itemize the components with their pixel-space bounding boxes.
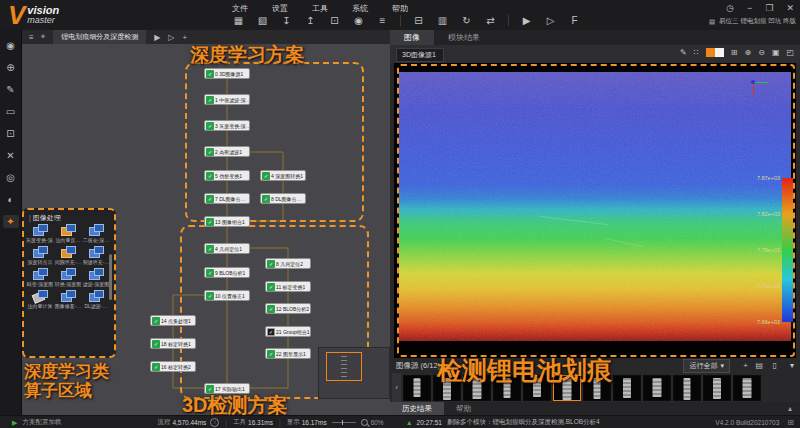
wrench-icon[interactable]: ⌖ <box>41 32 46 42</box>
dl-node-1[interactable]: ✓1 中值滤波-深… <box>204 94 250 105</box>
dl-node-7[interactable]: ✓7 DL图像分… <box>204 193 250 204</box>
io-monitor-icon[interactable]: ⊟ <box>412 15 425 26</box>
zoom-in-icon[interactable]: ⊕ <box>744 48 751 57</box>
flow-tab[interactable]: 锂电划痕细分及深度检测 <box>53 30 146 44</box>
menu-item-1[interactable]: 设置 <box>272 3 288 14</box>
export-icon[interactable]: ↥ <box>304 15 317 26</box>
threed-node-18[interactable]: ✓18 标定转换1 <box>150 338 196 349</box>
threed-node-8[interactable]: ✓8 几何定位2 <box>265 258 311 269</box>
solution-name-bar[interactable]: ▤ 易位三 锂电划痕 凹坑 终版 <box>709 17 796 26</box>
minimize-icon[interactable]: − <box>747 3 752 13</box>
operator-item-1[interactable]: 法向量反… <box>54 224 82 243</box>
deep-learning-tools-icon[interactable]: ✦ <box>3 215 19 228</box>
draw-pencil-icon[interactable]: ✎ <box>680 48 687 57</box>
operator-item-8[interactable]: 滤波-深度图 <box>82 268 110 287</box>
script-f-icon[interactable]: F <box>568 15 581 26</box>
menu-item-4[interactable]: 帮助 <box>392 3 408 14</box>
run-all-icon[interactable]: ▶ <box>520 15 533 26</box>
threed-node-9[interactable]: ✓9 BLOB分析1 <box>204 267 250 278</box>
open-image-folder-icon[interactable]: ▤ <box>755 361 763 370</box>
threed-node-14[interactable]: ✓14 点集处理1 <box>150 315 196 326</box>
image-thumbnail-9[interactable] <box>643 375 671 401</box>
operator-item-4[interactable]: 间隙填充-… <box>54 246 82 265</box>
image-thumbnail-10[interactable] <box>673 375 701 401</box>
camera-icon[interactable]: ◉ <box>352 15 365 26</box>
zoom-out-icon[interactable]: ⊖ <box>758 48 765 57</box>
menu-item-3[interactable]: 系统 <box>352 3 368 14</box>
run-flow-icon[interactable]: ▶ <box>154 33 160 42</box>
global-trigger-icon[interactable]: ↻ <box>460 15 473 26</box>
image-thumbnail-1[interactable] <box>403 375 431 401</box>
image-source-select[interactable]: 3D图像源1 <box>396 48 444 62</box>
import-icon[interactable]: ↧ <box>280 15 293 26</box>
measure-icon[interactable]: ✕ <box>3 149 19 162</box>
delete-image-icon[interactable]: ▯ <box>773 361 777 370</box>
capture-box-icon[interactable]: ⊡ <box>3 127 19 140</box>
info-icon[interactable]: i <box>210 418 219 427</box>
frame-select-icon[interactable]: ▭ <box>3 105 19 118</box>
fullscreen-icon[interactable]: ◰ <box>786 48 794 57</box>
communication-icon[interactable]: ▥ <box>436 15 449 26</box>
image-edit-icon[interactable]: ✎ <box>3 83 19 96</box>
module-list-icon[interactable]: ≡ <box>376 15 389 26</box>
flow-minimap[interactable] <box>318 347 390 399</box>
hierarchy-icon[interactable]: ≡ <box>29 33 34 42</box>
operator-item-10[interactable]: 图像修复-… <box>54 290 82 309</box>
run-once-flow-icon[interactable]: ▷ <box>168 33 174 42</box>
add-image-icon[interactable]: + <box>743 361 748 370</box>
tab-image[interactable]: 图像 <box>390 30 434 45</box>
menu-item-2[interactable]: 工具 <box>312 3 328 14</box>
clock-icon[interactable]: ◷ <box>726 3 734 13</box>
color-swatch-toggle[interactable] <box>706 48 724 57</box>
position-icon[interactable]: ⊕ <box>3 61 19 74</box>
operator-item-0[interactable]: 灰度变换-深… <box>26 224 54 243</box>
tab-history-results[interactable]: 历史结果 <box>390 402 444 415</box>
threed-node-21[interactable]: ✓21 Group组合1 <box>265 326 311 337</box>
threed-node-10[interactable]: ✓10 位置修正1 <box>204 290 250 301</box>
io-config-icon[interactable]: ⇄ <box>484 15 497 26</box>
dl-node-8[interactable]: ✓8 DL图像分… <box>260 193 306 204</box>
add-flow-tab-icon[interactable]: + <box>183 33 188 42</box>
operator-scrollbar[interactable] <box>109 254 112 300</box>
save-icon[interactable]: ▦ <box>232 15 245 26</box>
tab-module-result[interactable]: 模块结果 <box>434 30 494 45</box>
threed-node-12[interactable]: ✓12 BLOB分析2 <box>265 303 311 314</box>
dl-node-13[interactable]: ✓13 图像组合1 <box>204 216 250 227</box>
depth-heatmap-image[interactable] <box>399 72 791 341</box>
run-once-icon[interactable]: ▷ <box>544 15 557 26</box>
threed-node-11[interactable]: ✓11 标定变换1 <box>265 281 311 292</box>
grid-toggle-icon[interactable]: ⊞ <box>787 418 794 427</box>
minimap-viewport[interactable] <box>326 352 362 381</box>
window-run-icon[interactable]: ⊡ <box>328 15 341 26</box>
camera-source-icon[interactable]: ◉ <box>3 39 19 52</box>
dl-node-3[interactable]: ✓3 灰度变换-深… <box>204 120 250 131</box>
operator-item-3[interactable]: 深度转点云 <box>26 246 54 265</box>
dl-node-5[interactable]: ✓5 仿射变换1 <box>204 170 250 181</box>
close-icon[interactable]: ✕ <box>786 3 794 13</box>
operator-item-7[interactable]: 转换-深度图 <box>54 268 82 287</box>
run-all-button[interactable]: 运行全部▾ <box>683 359 730 373</box>
operator-item-9[interactable]: 法向量计算 <box>26 290 54 309</box>
restore-icon[interactable]: ❐ <box>765 3 773 13</box>
image-thumbnail-11[interactable] <box>703 375 731 401</box>
dl-node-4[interactable]: ✓4 深度图转换1 <box>260 170 306 181</box>
dl-node-0[interactable]: ✓0 3D图像源1 <box>204 68 250 79</box>
move-view-icon[interactable]: ⊞ <box>731 48 738 57</box>
zoom-slider[interactable] <box>332 422 356 423</box>
threed-node-16[interactable]: ✓16 标定转换2 <box>150 361 196 372</box>
flow-canvas[interactable]: 深度学习方案 3D检测方案 深度学习类 算子区域 |图像处理 灰度变换-深…法向… <box>22 44 390 415</box>
color-analysis-icon[interactable]: ◎ <box>3 171 19 184</box>
image-thumbnail-8[interactable] <box>613 375 641 401</box>
open-folder-icon[interactable]: ▧ <box>256 15 269 26</box>
operator-item-5[interactable]: 裂缝填充-… <box>82 246 110 265</box>
operator-item-6[interactable]: 畸变-深度图 <box>26 268 54 287</box>
operator-item-2[interactable]: 二值化-深… <box>82 224 110 243</box>
tab-help[interactable]: 帮助 <box>444 402 483 415</box>
fit-view-icon[interactable]: ▣ <box>772 48 780 57</box>
menu-item-0[interactable]: 文件 <box>232 3 248 14</box>
image-thumbnail-12[interactable] <box>733 375 761 401</box>
point-cloud-icon[interactable]: ∷ <box>694 48 699 57</box>
operator-item-11[interactable]: DL滤波-… <box>82 290 110 309</box>
contrast-icon[interactable]: ◐ <box>3 193 19 206</box>
filmstrip-prev-button[interactable]: ‹ <box>392 373 401 402</box>
